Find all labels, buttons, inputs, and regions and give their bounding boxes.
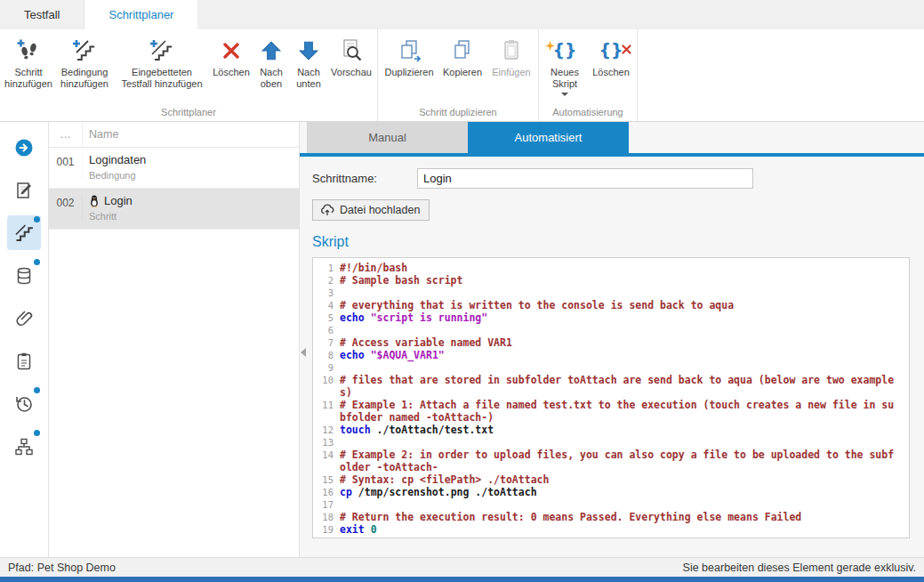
code-text [340, 361, 896, 374]
delete-script-braces-icon: {} [595, 36, 627, 65]
app-window: Testfall Schrittplaner Schritt hinzufüge… [0, 0, 924, 582]
paperclip-icon [14, 309, 34, 328]
bottom-accent-bar [0, 577, 924, 582]
code-line: 11# Example 1: Attach a file named test.… [313, 399, 909, 424]
preview-label: Vorschau [331, 67, 372, 78]
step-list-header: … Name [49, 122, 299, 148]
code-line: 15# Syntax: cp <filePath> ./toAttach [313, 473, 909, 486]
line-number: 2 [313, 274, 340, 287]
line-number: 17 [313, 498, 340, 511]
tab-schrittplaner[interactable]: Schrittplaner [84, 0, 197, 29]
code-text: # everything that is written to the cons… [340, 299, 896, 311]
checklist-icon [14, 352, 34, 371]
sidebar-item-go-arrow[interactable] [7, 130, 41, 165]
move-down-button[interactable]: Nach unten [289, 32, 328, 106]
footsteps-add-icon [12, 36, 44, 65]
tab-manual[interactable]: Manual [307, 122, 468, 153]
paste-button[interactable]: Einfügen [487, 32, 535, 106]
notification-dot [34, 387, 40, 393]
sidebar-item-hierarchy[interactable] [7, 429, 41, 464]
status-lock-message: Sie bearbeiten dieses Element gerade exk… [683, 562, 916, 574]
delete-step-button[interactable]: Löschen [209, 32, 253, 106]
collapse-panel-arrow-icon[interactable] [301, 344, 306, 360]
line-number: 18 [313, 511, 340, 523]
step-type: Bedingung [89, 170, 299, 181]
line-number: 13 [313, 436, 340, 449]
delete-script-label: Löschen [592, 67, 630, 78]
step-list-dots-column-header: … [49, 122, 83, 147]
step-row[interactable]: 002LoginSchritt [49, 189, 299, 230]
step-list-panel: … Name 001LogindatenBedingung002LoginSch… [49, 122, 300, 557]
upload-file-label: Datei hochladen [340, 204, 420, 216]
dropdown-chevron-icon[interactable] [561, 93, 568, 96]
step-name-input[interactable] [417, 168, 753, 189]
line-number: 7 [313, 336, 340, 349]
code-line: 7# Access variable named VAR1 [313, 336, 909, 349]
new-script-button[interactable]: {} Neues Skript [542, 32, 588, 106]
add-condition-button[interactable]: Bedingung hinzufügen [54, 32, 115, 106]
tab-testfall[interactable]: Testfall [0, 0, 84, 29]
code-text: # Sample bash script [340, 274, 896, 287]
sidebar-item-edit[interactable] [7, 173, 41, 207]
hierarchy-icon [14, 437, 34, 457]
delete-script-button[interactable]: {} Löschen [588, 32, 634, 106]
preview-button[interactable]: Vorschau [328, 32, 374, 106]
new-script-braces-icon: {} [549, 36, 581, 65]
code-text [340, 287, 896, 299]
code-line: 6 [313, 324, 909, 336]
script-code-editor[interactable]: 1#!/bin/bash2# Sample bash script34# eve… [312, 257, 910, 538]
step-title: Login [89, 194, 299, 207]
ribbon: Schritt hinzufügen Bedingung hinzufügen [0, 29, 924, 122]
preview-magnifier-icon [335, 36, 367, 65]
sidebar-item-steps[interactable] [7, 215, 41, 250]
linux-penguin-icon [89, 195, 100, 207]
code-line: 4# everything that is written to the con… [313, 299, 909, 311]
step-rows: 001LogindatenBedingung002LoginSchritt [49, 148, 299, 230]
automation-form: Schrittname: Datei hochladen S [300, 157, 924, 538]
add-step-button[interactable]: Schritt hinzufügen [3, 32, 54, 106]
arrow-down-icon [293, 36, 325, 65]
code-line: 3 [313, 287, 909, 299]
code-line: 13 [313, 436, 909, 449]
embedded-stairs-add-icon [146, 36, 178, 65]
notification-dot [34, 259, 40, 265]
copy-button[interactable]: Kopieren [438, 32, 487, 106]
line-number: 6 [313, 324, 340, 336]
tab-automatisiert[interactable]: Automatisiert [468, 122, 629, 153]
ribbon-group-automatisierung: {} Neues Skript {} Löschen A [539, 29, 638, 121]
line-number: 19 [313, 523, 340, 536]
add-condition-label: Bedingung hinzufügen [56, 67, 113, 90]
move-up-button[interactable]: Nach oben [253, 32, 289, 106]
window-tab-bar: Testfall Schrittplaner [0, 0, 924, 29]
arrow-up-icon [255, 36, 287, 65]
code-text [340, 324, 896, 336]
status-path: Pfad: Pet Shop Demo [8, 562, 116, 574]
notification-dot [34, 216, 40, 222]
duplicate-documents-icon [393, 36, 425, 65]
code-text: echo "$AQUA_VAR1" [340, 349, 896, 361]
step-number: 001 [49, 153, 83, 181]
sidebar-item-paperclip[interactable] [7, 301, 41, 335]
upload-file-button[interactable]: Datei hochladen [312, 199, 430, 221]
code-text [340, 436, 896, 449]
code-line: 18# Return the execution result: 0 means… [313, 511, 909, 523]
line-number: 15 [313, 473, 340, 486]
code-line: 19exit 0 [313, 523, 909, 536]
line-number: 4 [313, 299, 340, 311]
sidebar-item-history[interactable] [7, 386, 41, 421]
code-text: cp /tmp/screnshot.png ./toAttach [340, 486, 896, 498]
copy-documents-icon [446, 36, 478, 65]
move-up-label: Nach oben [255, 67, 287, 90]
edit-icon [14, 181, 34, 200]
notification-dot [34, 430, 40, 436]
sidebar-item-database[interactable] [7, 258, 41, 293]
duplicate-button[interactable]: Duplizieren [381, 32, 438, 106]
code-line: 1#!/bin/bash [313, 262, 909, 274]
sidebar-item-checklist[interactable] [7, 344, 41, 378]
step-row[interactable]: 001LogindatenBedingung [49, 148, 299, 189]
add-embedded-testcase-button[interactable]: Eingebetteten Testfall hinzufügen [115, 32, 209, 106]
code-text: # Syntax: cp <filePath> ./toAttach [340, 473, 896, 486]
code-text: # Example 2: in order to upload files, y… [340, 449, 896, 473]
code-text: touch ./toAttach/test.txt [340, 424, 896, 436]
red-x-icon [215, 36, 247, 65]
